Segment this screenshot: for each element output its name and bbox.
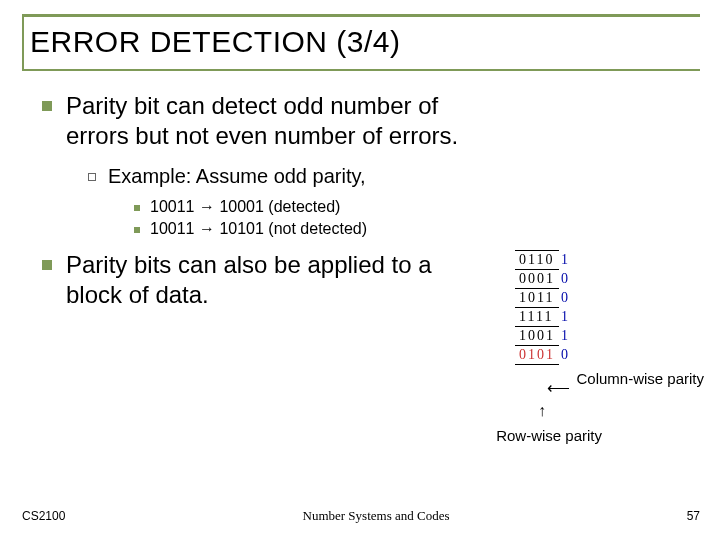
table-row: 10110 [515,289,572,308]
parity-bit: 1 [559,251,572,270]
arrow-up-icon: ↑ [538,402,546,420]
parity-bit: 0 [559,270,572,289]
footer-mid: Number Systems and Codes [303,508,450,524]
bullet-square-icon [42,260,52,270]
bullet-level3: 10011 → 10101 (not detected) [134,220,700,238]
footer: CS2100 Number Systems and Codes 57 [22,508,700,524]
arrow-left-icon: ⟵ [547,378,570,397]
content-area: Parity bit can detect odd number of erro… [22,91,700,310]
bullet-small-square-icon [134,205,140,211]
slide: ERROR DETECTION (3/4) Parity bit can det… [0,0,720,540]
data-bits: 1111 [515,308,559,327]
footer-left: CS2100 [22,509,65,523]
bullet-small-square-icon [134,227,140,233]
footer-page-number: 57 [687,509,700,523]
bullet-text: Example: Assume odd parity, [108,165,366,188]
bullet-square-icon [42,101,52,111]
parity-bit: 1 [559,327,572,346]
page-title: ERROR DETECTION (3/4) [30,25,690,59]
bullet-level3: 10011 → 10001 (detected) [134,198,700,216]
parity-table-figure: 01101 00010 10110 11111 10011 01010 [515,250,572,365]
table-row: 01010 [515,346,572,365]
parity-bit: 0 [559,346,572,365]
bullet-level2: Example: Assume odd parity, [88,165,700,188]
data-bits: 0001 [515,270,559,289]
table-row: 11111 [515,308,572,327]
row-parity-label: Row-wise parity [496,427,602,444]
data-bits: 0110 [515,251,559,270]
data-bits: 1011 [515,289,559,308]
title-block: ERROR DETECTION (3/4) [22,14,700,71]
parity-table: 01101 00010 10110 11111 10011 01010 [515,250,572,365]
data-bits: 1001 [515,327,559,346]
parity-bit: 1 [559,308,572,327]
bullet-text: 10011 → 10101 (not detected) [150,220,367,238]
bullet-level1: Parity bits can also be applied to a blo… [42,250,700,310]
table-row: 01101 [515,251,572,270]
data-bits: 0101 [515,346,559,365]
column-parity-label: Column-wise parity [576,370,704,387]
bullet-text: 10011 → 10001 (detected) [150,198,340,216]
bullet-text: Parity bits can also be applied to a blo… [66,250,486,310]
table-row: 10011 [515,327,572,346]
bullet-level1: Parity bit can detect odd number of erro… [42,91,700,151]
bullet-hollow-square-icon [88,173,96,181]
table-row: 00010 [515,270,572,289]
bullet-text: Parity bit can detect odd number of erro… [66,91,486,151]
parity-bit: 0 [559,289,572,308]
